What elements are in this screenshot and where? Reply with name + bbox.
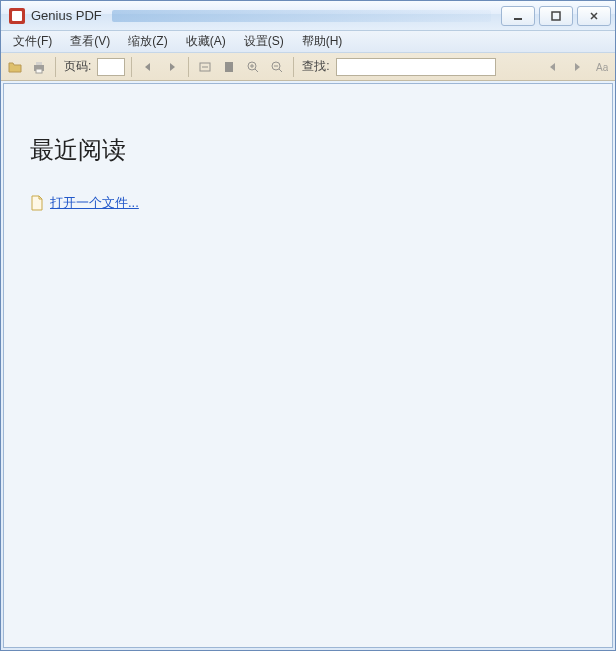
triangle-left-icon <box>547 61 559 73</box>
menu-file[interactable]: 文件(F) <box>5 31 60 52</box>
svg-text:Aa: Aa <box>596 62 608 73</box>
menu-help[interactable]: 帮助(H) <box>294 31 351 52</box>
separator <box>188 57 189 77</box>
window-title: Genius PDF <box>31 8 102 23</box>
match-icon: Aa <box>594 60 608 74</box>
open-file-row: 打开一个文件... <box>30 194 586 212</box>
find-next-button[interactable] <box>567 57 587 77</box>
open-file-link[interactable]: 打开一个文件... <box>50 194 139 212</box>
fit-page-icon <box>222 60 236 74</box>
open-button[interactable] <box>5 57 25 77</box>
print-button[interactable] <box>29 57 49 77</box>
find-input[interactable] <box>336 58 496 76</box>
svg-rect-0 <box>514 18 522 20</box>
find-options-button[interactable]: Aa <box>591 57 611 77</box>
svg-rect-6 <box>225 62 233 72</box>
find-prev-button[interactable] <box>543 57 563 77</box>
maximize-icon <box>550 10 562 22</box>
title-decoration <box>112 10 491 22</box>
page-input[interactable] <box>97 58 125 76</box>
zoom-out-icon <box>270 60 284 74</box>
zoom-out-button[interactable] <box>267 57 287 77</box>
fit-width-button[interactable] <box>195 57 215 77</box>
menu-zoom[interactable]: 缩放(Z) <box>120 31 175 52</box>
find-label: 查找: <box>300 58 331 75</box>
zoom-in-button[interactable] <box>243 57 263 77</box>
menu-view[interactable]: 查看(V) <box>62 31 118 52</box>
app-window: Genius PDF 文件(F) 查看(V) 缩放(Z) 收藏(A) 设置(S)… <box>0 0 616 651</box>
folder-open-icon <box>7 59 23 75</box>
app-icon <box>9 8 25 24</box>
separator <box>131 57 132 77</box>
menu-favorites[interactable]: 收藏(A) <box>178 31 234 52</box>
menu-settings[interactable]: 设置(S) <box>236 31 292 52</box>
arrow-right-icon <box>165 60 179 74</box>
document-icon <box>30 195 44 211</box>
content-area: 最近阅读 打开一个文件... <box>3 83 613 648</box>
titlebar: Genius PDF <box>1 1 615 31</box>
menubar: 文件(F) 查看(V) 缩放(Z) 收藏(A) 设置(S) 帮助(H) <box>1 31 615 53</box>
svg-rect-3 <box>36 62 42 65</box>
close-button[interactable] <box>577 6 611 26</box>
minimize-button[interactable] <box>501 6 535 26</box>
svg-rect-1 <box>552 12 560 20</box>
page-label: 页码: <box>62 58 93 75</box>
fit-page-button[interactable] <box>219 57 239 77</box>
triangle-right-icon <box>571 61 583 73</box>
window-controls <box>501 6 611 26</box>
separator <box>55 57 56 77</box>
prev-page-button[interactable] <box>138 57 158 77</box>
printer-icon <box>31 59 47 75</box>
next-page-button[interactable] <box>162 57 182 77</box>
toolbar: 页码: 查找: Aa <box>1 53 615 81</box>
minimize-icon <box>512 10 524 22</box>
svg-rect-4 <box>36 69 42 73</box>
fit-width-icon <box>198 60 212 74</box>
maximize-button[interactable] <box>539 6 573 26</box>
recent-heading: 最近阅读 <box>30 134 586 166</box>
close-icon <box>588 10 600 22</box>
arrow-left-icon <box>141 60 155 74</box>
zoom-in-icon <box>246 60 260 74</box>
separator <box>293 57 294 77</box>
